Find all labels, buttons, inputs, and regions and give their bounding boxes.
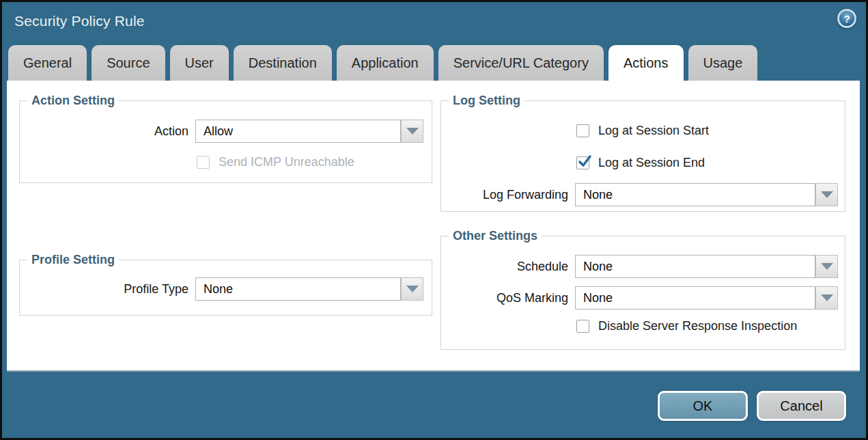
action-dropdown: Allow bbox=[195, 120, 423, 143]
tab-usage[interactable]: Usage bbox=[688, 45, 758, 81]
chevron-down-icon bbox=[821, 263, 833, 270]
other-settings-legend: Other Settings bbox=[449, 229, 542, 243]
qos-marking-label: QoS Marking bbox=[441, 291, 568, 305]
tab-label: Destination bbox=[249, 55, 317, 71]
ok-button[interactable]: OK bbox=[658, 391, 748, 421]
send-icmp-unreachable-checkbox[interactable] bbox=[197, 156, 210, 169]
log-session-start-row: Log at Session Start bbox=[576, 124, 709, 138]
log-at-session-start-label: Log at Session Start bbox=[598, 124, 709, 138]
chevron-down-icon bbox=[821, 191, 833, 198]
help-icon[interactable]: ? bbox=[837, 9, 856, 28]
action-label: Action bbox=[20, 124, 188, 139]
profile-type-row: Profile Type None bbox=[20, 277, 423, 301]
tab-label: Usage bbox=[703, 55, 743, 71]
log-forwarding-row: Log Forwarding None bbox=[441, 183, 838, 206]
tab-label: User bbox=[185, 55, 214, 71]
log-forwarding-label: Log Forwarding bbox=[441, 188, 568, 202]
tab-label: Application bbox=[352, 55, 419, 71]
check-icon bbox=[577, 154, 592, 169]
log-at-session-start-checkbox[interactable] bbox=[576, 124, 589, 137]
tab-label: General bbox=[23, 55, 72, 71]
action-row: Action Allow bbox=[20, 120, 423, 143]
profile-type-dropdown: None bbox=[195, 277, 423, 301]
tab-label: Actions bbox=[624, 55, 669, 71]
disable-server-response-inspection-checkbox[interactable] bbox=[576, 320, 589, 333]
tab-destination[interactable]: Destination bbox=[234, 45, 332, 81]
dialog-title: Security Policy Rule bbox=[14, 13, 145, 29]
profile-type-dropdown-value[interactable]: None bbox=[195, 277, 401, 301]
log-forwarding-dropdown: None bbox=[575, 183, 838, 206]
tab-label: Source bbox=[107, 55, 150, 71]
help-glyph: ? bbox=[843, 13, 850, 25]
disable-server-response-inspection-label: Disable Server Response Inspection bbox=[598, 319, 797, 333]
tab-source[interactable]: Source bbox=[92, 45, 165, 81]
log-forwarding-dropdown-button[interactable] bbox=[815, 183, 838, 206]
action-dropdown-button[interactable] bbox=[401, 120, 423, 143]
schedule-dropdown: None bbox=[575, 255, 838, 278]
chevron-down-icon bbox=[406, 128, 419, 135]
action-setting-group: Action Setting Action Allow Send ICMP Un… bbox=[19, 100, 432, 183]
tab-application[interactable]: Application bbox=[337, 45, 434, 81]
qos-marking-dropdown-value[interactable]: None bbox=[575, 286, 815, 310]
log-session-end-row: Log at Session End bbox=[576, 156, 705, 170]
tab-service-url-category[interactable]: Service/URL Category bbox=[438, 45, 604, 81]
schedule-row: Schedule None bbox=[441, 255, 838, 278]
tab-general[interactable]: General bbox=[8, 45, 87, 81]
schedule-dropdown-value[interactable]: None bbox=[575, 255, 815, 278]
log-setting-group: Log Setting Log at Session Start Log at … bbox=[440, 100, 845, 212]
qos-marking-dropdown: None bbox=[575, 286, 838, 310]
ok-button-label: OK bbox=[693, 398, 713, 414]
profile-setting-legend: Profile Setting bbox=[27, 253, 119, 267]
schedule-label: Schedule bbox=[441, 260, 568, 274]
chevron-down-icon bbox=[821, 294, 833, 301]
qos-marking-dropdown-button[interactable] bbox=[815, 286, 838, 310]
log-at-session-end-checkbox[interactable] bbox=[576, 156, 589, 169]
qos-marking-row: QoS Marking None bbox=[441, 286, 838, 310]
tab-label: Service/URL Category bbox=[453, 55, 589, 71]
cancel-button[interactable]: Cancel bbox=[757, 391, 846, 421]
send-icmp-unreachable-label: Send ICMP Unreachable bbox=[219, 155, 354, 169]
log-at-session-end-label: Log at Session End bbox=[598, 156, 705, 170]
action-dropdown-value[interactable]: Allow bbox=[195, 120, 401, 143]
tab-actions[interactable]: Actions bbox=[608, 45, 684, 81]
other-settings-group: Other Settings Schedule None QoS Marking… bbox=[440, 236, 845, 350]
icmp-row: Send ICMP Unreachable bbox=[197, 155, 354, 169]
actions-tab-panel: Action Setting Action Allow Send ICMP Un… bbox=[7, 81, 860, 370]
tab-bar: General Source User Destination Applicat… bbox=[8, 45, 757, 81]
chevron-down-icon bbox=[406, 286, 419, 292]
schedule-dropdown-button[interactable] bbox=[815, 255, 838, 278]
security-policy-rule-dialog: Security Policy Rule ? General Source Us… bbox=[0, 0, 868, 440]
cancel-button-label: Cancel bbox=[780, 398, 822, 414]
profile-type-dropdown-button[interactable] bbox=[401, 277, 423, 301]
log-setting-legend: Log Setting bbox=[449, 94, 524, 108]
profile-type-label: Profile Type bbox=[20, 282, 188, 297]
tab-user[interactable]: User bbox=[170, 45, 229, 81]
log-forwarding-dropdown-value[interactable]: None bbox=[575, 183, 815, 206]
action-setting-legend: Action Setting bbox=[27, 94, 119, 108]
profile-setting-group: Profile Setting Profile Type None bbox=[19, 260, 432, 316]
dsri-row: Disable Server Response Inspection bbox=[576, 319, 797, 333]
